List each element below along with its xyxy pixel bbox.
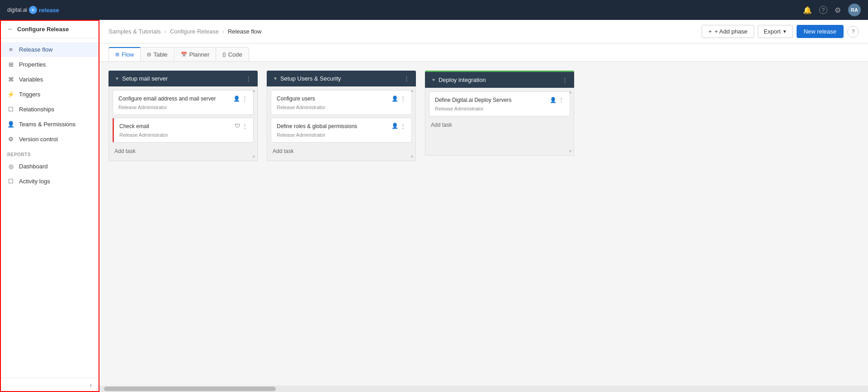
phase-header-left: ▼ Setup Users & Security bbox=[273, 75, 341, 82]
assign-user-icon[interactable]: 👤 bbox=[550, 97, 557, 103]
notification-icon: 🔔 bbox=[803, 6, 812, 14]
add-task-button-mail[interactable]: Add task bbox=[113, 145, 254, 157]
add-phase-button[interactable]: + + Add phase bbox=[702, 25, 754, 38]
check-shield-icon[interactable]: 🛡 bbox=[235, 123, 240, 129]
product-icon: ⊕ bbox=[29, 6, 37, 14]
phase-menu-icon[interactable]: ⋮ bbox=[404, 75, 410, 82]
task-menu-icon[interactable]: ⋮ bbox=[400, 95, 406, 102]
sidebar-item-label: Release flow bbox=[19, 46, 52, 53]
sidebar-item-release-flow[interactable]: ≡ Release flow bbox=[0, 42, 99, 57]
phase-setup-users: ▼ Setup Users & Security ⋮ Configure use… bbox=[267, 71, 416, 161]
task-icons: 👤 ⋮ bbox=[550, 96, 564, 103]
tab-planner[interactable]: 📅 Planner bbox=[174, 47, 217, 61]
task-icons: 👤 ⋮ bbox=[392, 123, 406, 129]
tab-flow[interactable]: ⊞ Flow bbox=[108, 47, 141, 61]
phase-header-deploy[interactable]: ▼ Deploy integration ⋮ bbox=[425, 71, 574, 88]
brand-logo[interactable]: digital.ai ⊕ release bbox=[7, 6, 59, 14]
task-card-define-roles[interactable]: Define roles & global permissions 👤 ⋮ Re… bbox=[271, 118, 412, 143]
sidebar-header[interactable]: ← Configure Release bbox=[0, 20, 99, 38]
assign-user-icon[interactable]: 👤 bbox=[392, 96, 398, 102]
logo-area: digital.ai ⊕ release bbox=[7, 6, 797, 14]
sidebar-item-dashboard[interactable]: ◎ Dashboard bbox=[0, 159, 99, 174]
variables-icon: ⌘ bbox=[7, 76, 14, 83]
task-assignee: Release Administrator bbox=[119, 132, 248, 138]
flow-canvas[interactable]: ▼ Setup mail server ⋮ Configure email ad… bbox=[99, 62, 868, 386]
add-task-button-deploy[interactable]: Add task bbox=[429, 119, 570, 131]
task-card-check-email[interactable]: Check email 🛡 ⋮ Release Administrator bbox=[113, 118, 254, 143]
help-circle-button[interactable]: ? bbox=[847, 26, 859, 38]
relationships-icon: ☐ bbox=[7, 106, 14, 113]
breadcrumb-configure[interactable]: Configure Release bbox=[170, 28, 219, 35]
task-assignee: Release Administrator bbox=[435, 106, 564, 111]
horizontal-scrollbar[interactable] bbox=[99, 386, 868, 392]
chevron-left-icon: ‹ bbox=[90, 382, 92, 388]
sidebar-item-label: Triggers bbox=[19, 91, 40, 98]
task-menu-icon[interactable]: ⋮ bbox=[400, 123, 406, 129]
export-button[interactable]: Export ▼ bbox=[758, 25, 793, 38]
breadcrumb: Samples & Tutorials › Configure Release … bbox=[108, 28, 261, 35]
task-card-configure-email[interactable]: Configure email address and mail server … bbox=[113, 90, 254, 115]
assign-user-icon[interactable]: 👤 bbox=[233, 96, 240, 102]
sidebar-title: Configure Release bbox=[17, 26, 69, 33]
nav-icon-group: 🔔 ? ⚙ RA bbox=[803, 4, 861, 16]
sidebar-item-activity-logs[interactable]: ☐ Activity logs bbox=[0, 174, 99, 189]
sidebar-item-variables[interactable]: ⌘ Variables bbox=[0, 72, 99, 87]
phase-header-left: ▼ Deploy integration bbox=[431, 76, 486, 83]
tab-table[interactable]: ⊟ Table bbox=[140, 47, 174, 61]
sidebar-item-relationships[interactable]: ☐ Relationships bbox=[0, 102, 99, 117]
sidebar-item-version-control[interactable]: ⚙ Version control bbox=[0, 132, 99, 147]
task-menu-icon[interactable]: ⋮ bbox=[558, 96, 564, 103]
phase-header-users[interactable]: ▼ Setup Users & Security ⋮ bbox=[267, 71, 416, 86]
task-menu-icon[interactable]: ⋮ bbox=[242, 123, 248, 129]
top-navigation: digital.ai ⊕ release 🔔 ? ⚙ RA bbox=[0, 0, 868, 20]
task-card-configure-users[interactable]: Configure users 👤 ⋮ Release Administrato… bbox=[271, 90, 412, 115]
sidebar-item-label: Dashboard bbox=[19, 163, 48, 170]
task-assignee: Release Administrator bbox=[277, 105, 406, 110]
sidebar-item-label: Version control bbox=[19, 136, 58, 143]
phase-header-left: ▼ Setup mail server bbox=[115, 75, 168, 82]
sidebar-collapse-button[interactable]: ‹ bbox=[0, 378, 99, 392]
task-title: Configure email address and mail server bbox=[118, 95, 231, 103]
assign-user-icon[interactable]: 👤 bbox=[392, 123, 398, 129]
breadcrumb-samples[interactable]: Samples & Tutorials bbox=[108, 28, 161, 35]
phase-body-mail: Configure email address and mail server … bbox=[108, 86, 258, 161]
sidebar-nav: ≡ Release flow ⊞ Properties ⌘ Variables … bbox=[0, 38, 99, 378]
notification-button[interactable]: 🔔 bbox=[803, 6, 812, 14]
properties-icon: ⊞ bbox=[7, 61, 14, 68]
planner-tab-icon: 📅 bbox=[181, 52, 187, 57]
add-task-button-users[interactable]: Add task bbox=[271, 145, 412, 157]
tab-code[interactable]: {} Code bbox=[216, 47, 249, 61]
user-avatar[interactable]: RA bbox=[848, 4, 861, 16]
code-tab-icon: {} bbox=[222, 52, 226, 57]
plus-icon: + bbox=[708, 28, 712, 35]
activity-icon: ☐ bbox=[7, 178, 14, 185]
phase-collapse-icon: ▼ bbox=[273, 76, 278, 81]
task-menu-icon[interactable]: ⋮ bbox=[242, 95, 248, 102]
sidebar-item-triggers[interactable]: ⚡ Triggers bbox=[0, 87, 99, 102]
sidebar-item-label: Variables bbox=[19, 76, 43, 83]
dashboard-icon: ◎ bbox=[7, 163, 14, 170]
new-release-button[interactable]: New release bbox=[797, 25, 844, 38]
table-tab-icon: ⊟ bbox=[147, 52, 151, 57]
scroll-down-icon: ▼ bbox=[568, 149, 572, 153]
task-card-define-servers[interactable]: Define Digital.ai Deploy Servers 👤 ⋮ Rel… bbox=[429, 91, 570, 116]
sidebar-item-label: Teams & Permissions bbox=[19, 121, 75, 128]
scrollbar-thumb bbox=[104, 387, 276, 391]
settings-button[interactable]: ⚙ bbox=[835, 6, 841, 14]
help-button[interactable]: ? bbox=[819, 6, 827, 14]
phase-menu-icon[interactable]: ⋮ bbox=[245, 75, 251, 82]
phase-title: Setup mail server bbox=[122, 75, 168, 82]
back-arrow-icon: ← bbox=[7, 25, 14, 33]
teams-icon: 👤 bbox=[7, 121, 14, 128]
phase-menu-icon[interactable]: ⋮ bbox=[562, 76, 568, 83]
phase-header-mail[interactable]: ▼ Setup mail server ⋮ bbox=[108, 71, 258, 86]
sidebar-item-teams-permissions[interactable]: 👤 Teams & Permissions bbox=[0, 117, 99, 132]
phase-deploy-integration: ▼ Deploy integration ⋮ Define Digital.ai… bbox=[425, 71, 574, 156]
phase-body-deploy: Define Digital.ai Deploy Servers 👤 ⋮ Rel… bbox=[425, 88, 574, 156]
phase-collapse-icon: ▼ bbox=[431, 77, 436, 82]
breadcrumb-current: Release flow bbox=[228, 28, 261, 35]
breadcrumb-sep-2: › bbox=[222, 28, 224, 35]
sidebar-item-properties[interactable]: ⊞ Properties bbox=[0, 57, 99, 72]
main-layout: ← Configure Release ≡ Release flow ⊞ Pro… bbox=[0, 20, 868, 392]
task-header: Configure email address and mail server … bbox=[118, 95, 248, 103]
